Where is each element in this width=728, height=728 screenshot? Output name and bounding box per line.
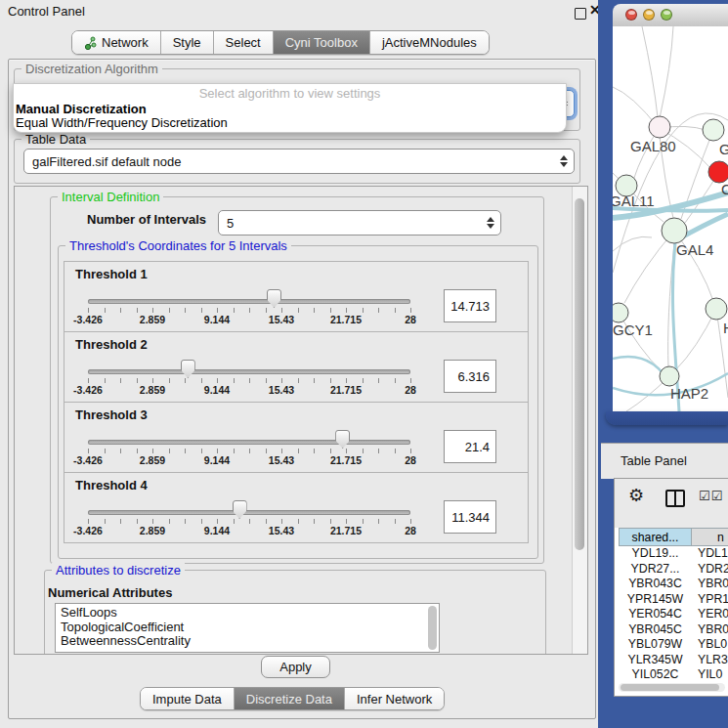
numerical-attributes-list[interactable]: SelfLoopsTopologicalCoefficientBetweenne…	[55, 603, 440, 653]
close-traffic-light[interactable]	[625, 9, 637, 21]
list-scrollbar-thumb[interactable]	[428, 606, 437, 650]
float-window-icon[interactable]	[575, 8, 586, 20]
algorithm-option-manual-discretization[interactable]: Manual Discretization	[16, 102, 147, 116]
number-of-intervals-combo[interactable]: 5	[218, 210, 501, 236]
network-node-h[interactable]	[706, 298, 727, 320]
tick-label: 28	[405, 384, 416, 396]
scrollbar-thumb[interactable]	[575, 198, 584, 550]
table-row[interactable]: YER054CYER0	[619, 607, 728, 622]
slider-track[interactable]	[88, 440, 410, 445]
column-header-shared-[interactable]: shared...	[619, 528, 692, 546]
checkbox-icons[interactable]: ☑☑	[699, 489, 723, 503]
tick-mark	[234, 308, 235, 313]
threshold-2-slider-thumb[interactable]	[181, 360, 195, 378]
network-window-bottom-edge	[606, 411, 728, 425]
tab-cyni-toolbox[interactable]: Cyni Toolbox	[273, 31, 369, 54]
tick-mark	[169, 308, 170, 313]
table-row[interactable]: YBR043CYBR0	[619, 577, 728, 592]
table-row[interactable]: YDL19...YDL1	[619, 546, 728, 562]
tick-mark	[217, 378, 218, 383]
network-edge	[613, 236, 652, 251]
slider-track[interactable]	[88, 510, 410, 515]
minimize-traffic-light[interactable]	[643, 9, 655, 21]
tick-mark	[152, 519, 153, 524]
threshold-1-slider-thumb[interactable]	[267, 289, 281, 308]
gear-icon[interactable]: ⚙	[628, 485, 644, 506]
tick-mark	[378, 308, 379, 313]
tick-label: 2.859	[140, 525, 165, 536]
tick-label: 15.43	[269, 314, 294, 325]
tab-jactivemnodules[interactable]: jActiveMNodules	[369, 31, 489, 54]
threshold-panels: Threshold 1-3.4262.8599.14415.4321.71528…	[64, 261, 529, 543]
tick-mark	[281, 308, 282, 313]
cell-shared-name: YDR27...	[619, 562, 692, 578]
network-node-gal4[interactable]	[662, 218, 687, 243]
table-row[interactable]: YIL052CYIL0	[619, 667, 728, 683]
table-row[interactable]: YLR345WYLR3	[619, 653, 728, 668]
tick-mark	[314, 519, 315, 524]
threshold-3-panel: Threshold 3-3.4262.8599.14415.4321.71528…	[64, 402, 529, 473]
tick-mark	[88, 449, 89, 453]
table-row[interactable]: YBR045CYBR0	[619, 622, 728, 638]
bottom-tab-impute-data[interactable]: Impute Data	[141, 688, 234, 709]
tick-mark	[346, 519, 347, 524]
tick-mark	[185, 519, 186, 524]
bottom-tab-discretize-data[interactable]: Discretize Data	[234, 688, 344, 709]
tick-mark	[298, 519, 299, 524]
threshold-1-value-field[interactable]: 14.713	[444, 289, 496, 322]
threshold-3-slider-thumb[interactable]	[335, 430, 350, 449]
apply-button[interactable]: Apply	[261, 656, 330, 678]
tab-network[interactable]: Network	[72, 31, 160, 54]
tick-mark	[281, 449, 282, 453]
network-canvas[interactable]: GAL80GCGAL11GAL4GCY1HHAP2	[613, 26, 728, 411]
horizontal-scrollbar[interactable]	[619, 683, 725, 692]
table-row[interactable]: YPR145WYPR1	[619, 592, 728, 608]
bottom-tab-infer-network[interactable]: Infer Network	[344, 688, 444, 709]
tick-mark	[234, 449, 235, 453]
network-edge	[660, 26, 673, 118]
threshold-2-value-field[interactable]: 6.316	[444, 360, 496, 393]
network-node-c[interactable]	[708, 161, 728, 183]
tick-mark	[395, 519, 396, 524]
algorithm-option-equal-width-frequency-discretization[interactable]: Equal Width/Frequency Discretization	[16, 115, 228, 130]
attribute-item[interactable]: TopologicalCoefficient	[56, 621, 439, 635]
vertical-scrollbar[interactable]	[572, 187, 587, 654]
attribute-item[interactable]: BetweennessCentrality	[56, 634, 439, 649]
node-label: C	[721, 181, 728, 197]
zoom-traffic-light[interactable]	[661, 9, 672, 21]
horizontal-scrollbar-thumb[interactable]	[621, 684, 719, 691]
table-row[interactable]: YBL079WYBL0	[619, 637, 728, 653]
tab-style[interactable]: Style	[160, 31, 213, 54]
slider-track[interactable]	[88, 369, 410, 374]
network-edge	[642, 26, 658, 117]
tick-mark	[330, 378, 331, 383]
tick-label: 21.715	[330, 525, 362, 536]
cell-name: YBL0	[692, 637, 728, 653]
tab-label: Impute Data	[152, 692, 222, 707]
slider-track[interactable]	[88, 299, 410, 304]
attribute-item[interactable]: SelfLoops	[56, 604, 439, 621]
tab-select[interactable]: Select	[213, 31, 273, 54]
network-node-hap2[interactable]	[660, 366, 679, 386]
network-window-titlebar[interactable]	[613, 4, 728, 27]
table-row[interactable]: YDR27...YDR2	[619, 562, 728, 578]
numerical-attributes-label: Numerical Attributes	[48, 585, 172, 600]
tab-label: Select	[226, 35, 261, 50]
tick-mark	[330, 308, 331, 313]
column-header-n[interactable]: n	[692, 528, 728, 546]
bottom-tab-bar: Impute DataDiscretize DataInfer Network	[140, 687, 445, 710]
table-data-combo[interactable]: galFiltered.sif default node	[23, 149, 575, 174]
tick-mark	[185, 449, 186, 453]
network-node-gcy1[interactable]	[613, 303, 628, 322]
threshold-4-value-field[interactable]: 11.344	[444, 500, 496, 534]
columns-icon[interactable]	[665, 490, 685, 507]
tick-label: 15.43	[269, 454, 294, 466]
threshold-3-value-field[interactable]: 21.4	[444, 430, 496, 463]
tick-mark	[217, 519, 218, 524]
tick-label: -3.426	[73, 454, 103, 466]
threshold-4-slider-thumb[interactable]	[233, 500, 247, 519]
network-node-gal80[interactable]	[649, 116, 670, 138]
table-panel-body: ⚙ ☑☑ shared...n YDL19...YDL1YDR27...YDR2…	[614, 478, 728, 697]
tick-label: 21.715	[330, 314, 362, 325]
network-node-g[interactable]	[703, 119, 724, 141]
